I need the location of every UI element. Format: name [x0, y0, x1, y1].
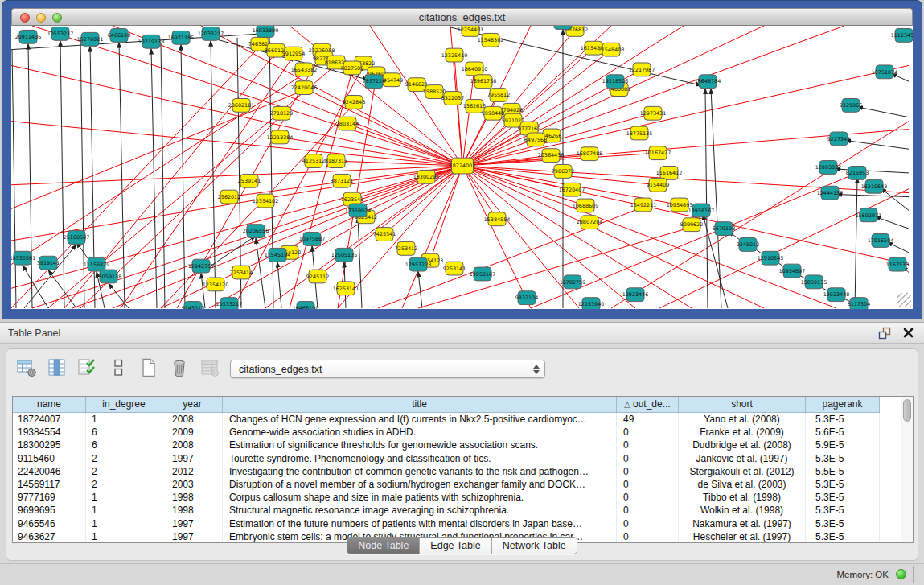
column-header-year[interactable]: year [162, 397, 223, 413]
network-node[interactable]: 11123450 [891, 28, 913, 42]
citation-edge-black[interactable] [256, 238, 265, 308]
citation-edge-black[interactable] [80, 38, 84, 308]
table-row[interactable]: 1456911722003Disruption of a novel membe… [13, 478, 913, 491]
citation-edge-red[interactable] [11, 166, 462, 185]
network-node[interactable]: 20206556 [243, 225, 269, 238]
citation-edge-red[interactable] [462, 26, 844, 166]
citation-edge-red[interactable] [352, 166, 462, 200]
network-node[interactable]: 15059138 [96, 270, 122, 283]
table-row[interactable]: 946554611997Estimation of the future num… [13, 517, 913, 530]
network-node[interactable]: 12942757 [188, 259, 215, 273]
network-node[interactable]: 8322037 [441, 92, 464, 105]
network-node[interactable]: 8099622 [680, 218, 703, 232]
network-node[interactable]: 15059135 [801, 275, 827, 289]
citation-edge-black[interactable] [358, 217, 362, 308]
network-node[interactable]: 8117304 [848, 298, 870, 309]
network-window-titlebar[interactable]: citations_edges.txt [11, 8, 913, 26]
network-node[interactable]: 9329966 [840, 98, 862, 112]
network-node[interactable]: 10719138 [138, 35, 165, 48]
citation-edge-black[interactable] [161, 43, 165, 308]
table-row[interactable]: 2242004622012Investigating the contribut… [13, 465, 913, 478]
network-node[interactable]: 9227343 [827, 132, 850, 146]
network-node[interactable]: 8187313 [325, 154, 347, 168]
network-node[interactable]: 8813054 [552, 26, 574, 29]
network-node[interactable]: 16971185 [168, 31, 195, 44]
table-row[interactable]: 1872400712008Changes of HCN gene express… [13, 413, 913, 426]
table-row[interactable]: 1938455462009Genome-wide association stu… [13, 426, 913, 439]
network-node[interactable]: 23602181 [228, 98, 255, 112]
citation-edge-black[interactable] [857, 107, 909, 117]
network-node[interactable]: 19958167 [470, 267, 496, 281]
column-header-in_degree[interactable]: in_degree [86, 397, 162, 413]
network-node[interactable]: 12354102 [253, 194, 279, 208]
scrollbar-thumb[interactable] [903, 399, 911, 422]
network-node[interactable]: 10553217 [47, 27, 74, 40]
citation-edge-black[interactable] [711, 89, 721, 308]
citation-edge-black[interactable] [48, 270, 76, 308]
network-node[interactable]: 9242848 [343, 96, 365, 109]
network-node[interactable]: 6679193 [713, 222, 735, 236]
citation-edge-red[interactable] [454, 56, 462, 166]
network-node[interactable]: 7253414 [230, 266, 253, 279]
citation-edge-black[interactable] [12, 50, 16, 308]
citation-edge-black[interactable] [887, 242, 909, 253]
tab-node-table[interactable]: Node Table [347, 538, 420, 554]
network-node[interactable]: 16033809 [253, 26, 279, 37]
float-panel-icon[interactable] [877, 326, 893, 340]
network-node[interactable]: 16807488 [577, 147, 603, 161]
network-node[interactable]: 12923446 [622, 288, 649, 302]
citation-edge-red[interactable] [462, 166, 764, 308]
close-window-button[interactable] [20, 13, 30, 23]
network-node[interactable]: 1167533 [886, 257, 909, 271]
network-node[interactable]: 15751074 [872, 65, 898, 79]
network-canvas[interactable]: 1872400774638228660128591295423226058982… [11, 26, 913, 309]
network-node[interactable]: 9245112 [306, 270, 329, 283]
network-node[interactable]: 25160507 [64, 231, 90, 245]
column-header-name[interactable]: name [13, 397, 86, 413]
network-node[interactable]: 12973431 [640, 106, 667, 120]
network-node[interactable]: 12093832 [815, 161, 842, 175]
network-node[interactable]: 10975887 [299, 233, 326, 246]
import-table-disabled-button[interactable] [198, 358, 222, 381]
citation-edge-red[interactable] [72, 166, 462, 308]
citation-edge-red[interactable] [462, 65, 909, 166]
citation-edge-black[interactable] [836, 195, 909, 197]
network-node[interactable]: 9154409 [647, 178, 669, 192]
network-node[interactable]: 18640910 [462, 62, 488, 76]
network-node[interactable]: 9827509 [341, 61, 363, 75]
network-node[interactable]: 16648784 [695, 75, 721, 89]
network-node[interactable]: 18724007 [450, 158, 476, 174]
network-node[interactable]: 6497568 [524, 133, 547, 146]
citation-edge-red[interactable] [11, 90, 304, 208]
network-node[interactable]: 12325419 [441, 48, 468, 62]
table-row[interactable]: 969969511998Structural magnetic resonanc… [13, 504, 913, 517]
column-header-out_de[interactable]: △out_de... [617, 397, 679, 413]
network-node[interactable]: 17016504 [868, 234, 894, 248]
network-node[interactable]: 8215953 [846, 167, 869, 180]
table-settings-button[interactable] [14, 358, 39, 381]
vertical-scrollbar[interactable] [901, 397, 913, 542]
network-node[interactable]: 7986372 [552, 165, 574, 179]
delete-rows-button[interactable] [167, 358, 191, 381]
network-node[interactable]: 18350561 [11, 251, 35, 265]
network-node[interactable]: 2718129 [270, 106, 293, 120]
network-node[interactable]: 7425341 [373, 228, 396, 241]
memory-ok-indicator-icon[interactable] [896, 569, 906, 579]
citation-edge-black[interactable] [109, 283, 129, 308]
network-node[interactable]: 12033940 [578, 298, 605, 309]
network-node[interactable]: 6466190 [108, 28, 130, 42]
table-row[interactable]: 977716911998Corpus callosum shape and si… [13, 491, 913, 504]
network-node[interactable]: 20364436 [538, 149, 565, 163]
network-node[interactable]: 2539141 [238, 174, 261, 187]
network-node[interactable]: 3873121 [331, 174, 353, 187]
citation-edge-black[interactable] [855, 178, 857, 308]
network-node[interactable]: 11548302 [478, 33, 504, 47]
network-node[interactable]: 2562012 [218, 190, 240, 204]
tab-network-table[interactable]: Network Table [492, 538, 577, 554]
table-columns-button[interactable] [45, 358, 69, 381]
resize-grip-icon[interactable] [897, 293, 911, 307]
citation-edge-black[interactable] [28, 44, 32, 308]
network-node[interactable]: 16961758 [470, 75, 497, 89]
network-node[interactable]: 7955812 [487, 89, 510, 102]
split-panel-button[interactable] [106, 358, 130, 381]
